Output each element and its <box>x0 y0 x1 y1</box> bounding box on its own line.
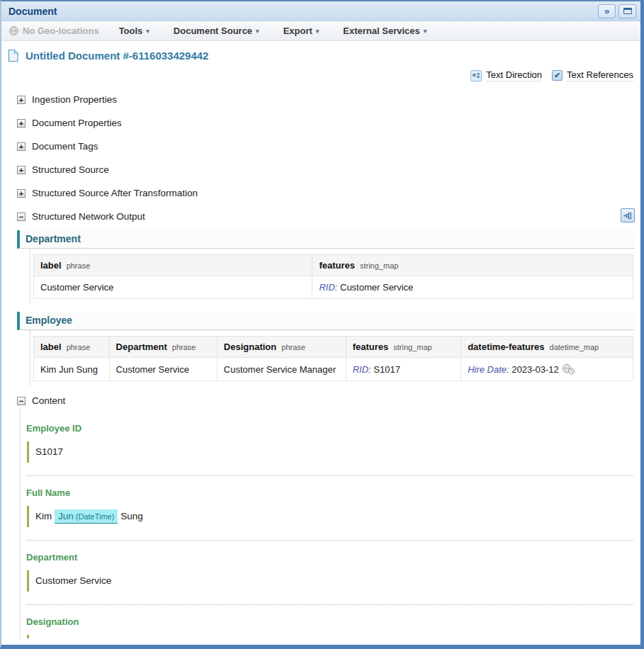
content-field-department: DepartmentCustomer Service <box>26 541 633 605</box>
expand-icon[interactable]: + <box>17 119 26 128</box>
content-field-designation: DesignationCustomer Service Manager <box>26 605 633 638</box>
document-window: Document » No Geo-locations Tools▾Docume… <box>0 0 644 649</box>
menu-item-label: Document Source <box>174 26 252 36</box>
table-cell: Customer Service <box>109 358 217 381</box>
value-text: Sung <box>118 511 142 521</box>
chevron-down-icon: ▾ <box>424 28 427 35</box>
section-label: Document Properties <box>32 118 122 128</box>
column-header: Departmentphrase <box>109 337 217 358</box>
record-table: labelphraseDepartmentphraseDesignationph… <box>33 336 633 381</box>
section-label: Structured Source After Transformation <box>32 188 198 198</box>
column-type: string_map <box>360 261 398 270</box>
feature-key: RID: <box>353 364 371 375</box>
column-name: Department <box>116 342 167 352</box>
text-direction-icon: a <box>470 70 482 81</box>
section-document-properties[interactable]: +Document Properties <box>17 118 635 128</box>
section-ingestion-properties[interactable]: +Ingestion Properties <box>17 94 635 105</box>
feature-value: Customer Service <box>340 282 413 293</box>
content-fields: Employee IDS1017Full NameKim Jun(DateTim… <box>20 409 633 638</box>
content-field-full-name: Full NameKim Jun(DateTime) Sung <box>26 476 633 541</box>
table-header-row: labelphraseDepartmentphraseDesignationph… <box>34 337 633 358</box>
section-content[interactable]: − Content <box>17 395 635 406</box>
feature-value: S1017 <box>373 364 400 375</box>
maximize-button[interactable] <box>618 4 636 18</box>
record-type-header: Department <box>17 230 635 249</box>
value-text: Kim <box>35 511 55 521</box>
document-title-row: Untitled Document #-6116033429442 <box>7 49 640 62</box>
section-document-tags[interactable]: +Document Tags <box>17 141 635 152</box>
value-text: Customer Service <box>35 575 111 586</box>
column-type: phrase <box>67 343 91 351</box>
cell-text: Customer Service <box>40 282 113 293</box>
globe-clock-icon <box>562 363 575 375</box>
no-geo-locations-indicator: No Geo-locations <box>9 26 99 36</box>
entity-type-tag: (DateTime) <box>76 512 115 521</box>
window-icon <box>623 8 632 14</box>
column-type: phrase <box>281 343 305 351</box>
record-table-wrap: labelphrasefeaturesstring_mapCustomer Se… <box>30 249 633 303</box>
section-label: Ingestion Properties <box>32 94 117 105</box>
title-bar: Document » <box>1 1 640 21</box>
text-direction-label: Text Direction <box>486 69 542 81</box>
menu-item-tools[interactable]: Tools▾ <box>119 26 149 36</box>
column-name: datetime-features <box>468 342 544 352</box>
text-references-label: Text References <box>567 69 633 81</box>
record-table: labelphrasefeaturesstring_mapCustomer Se… <box>33 254 633 299</box>
column-header: datetime-featuresdatetime_map <box>461 337 633 358</box>
field-label: Full Name <box>26 487 633 498</box>
column-header: featuresstring_map <box>346 337 461 358</box>
text-direction-toggle[interactable]: a Text Direction <box>470 69 542 81</box>
column-name: label <box>40 260 62 271</box>
column-name: features <box>319 260 355 271</box>
section-label: Structured Source <box>32 164 109 175</box>
collapse-icon[interactable]: − <box>17 213 26 221</box>
menu-item-external-services[interactable]: External Services▾ <box>343 26 426 36</box>
table-header-row: labelphrasefeaturesstring_map <box>34 255 633 276</box>
view-options: a Text Direction ✔ Text References <box>1 69 633 81</box>
field-value: S1017 <box>27 441 633 463</box>
section-structured-source[interactable]: +Structured Source <box>17 164 635 175</box>
section-structured-network-output[interactable]: − Structured Network Output <box>17 211 635 222</box>
expand-icon[interactable]: + <box>17 189 26 198</box>
cell-text: Customer Service Manager <box>224 364 336 375</box>
menu-item-export[interactable]: Export▾ <box>283 26 320 36</box>
section-label: Structured Network Output <box>32 211 145 222</box>
chevron-down-icon: ▾ <box>316 28 320 35</box>
menu-item-document-source[interactable]: Document Source▾ <box>174 26 259 36</box>
table-cell: RID: S1017 <box>346 358 461 381</box>
network-output-tables: Departmentlabelphrasefeaturesstring_mapC… <box>1 230 640 385</box>
field-label: Designation <box>26 616 633 627</box>
expand-icon[interactable]: + <box>17 166 26 174</box>
record-table-wrap: labelphraseDepartmentphraseDesignationph… <box>30 330 633 385</box>
datetime-entity-highlight[interactable]: Jun(DateTime) <box>55 509 118 524</box>
collapse-icon[interactable]: − <box>17 397 26 405</box>
section-label: Content <box>32 395 65 406</box>
pin-button[interactable] <box>621 208 635 222</box>
table-row: Kim Jun SungCustomer ServiceCustomer Ser… <box>34 358 633 381</box>
menu-bar: No Geo-locations Tools▾Document Source▾E… <box>1 21 640 41</box>
section-label: Document Tags <box>32 141 98 152</box>
document-panel: Untitled Document #-6116033429442 a Text… <box>1 41 640 638</box>
expand-icon[interactable]: + <box>17 96 26 104</box>
no-geo-locations-label: No Geo-locations <box>23 26 99 36</box>
column-header: labelphrase <box>34 255 312 276</box>
column-name: Designation <box>224 342 276 352</box>
section-structured-source-after-transformation[interactable]: +Structured Source After Transformation <box>17 188 635 198</box>
menu-items: Tools▾Document Source▾Export▾External Se… <box>119 26 451 36</box>
text-references-toggle[interactable]: ✔ Text References <box>552 69 633 81</box>
cell-text: Kim Jun Sung <box>40 364 98 375</box>
column-header: labelphrase <box>34 337 110 358</box>
chevron-down-icon: ▾ <box>146 28 149 35</box>
entity-text: Jun <box>58 511 74 521</box>
collapse-panel-button[interactable]: » <box>598 4 616 18</box>
record-type-title: Department <box>26 233 81 244</box>
text-references-checkbox[interactable]: ✔ <box>552 70 563 81</box>
feature-value: 2023-03-12 <box>512 364 559 375</box>
field-value: Customer Service Manager <box>27 635 633 638</box>
table-cell: RID: Customer Service <box>312 276 633 299</box>
expand-icon[interactable]: + <box>17 142 26 151</box>
table-cell: Customer Service <box>34 276 312 299</box>
field-value: Customer Service <box>27 570 633 592</box>
chevron-down-icon: ▾ <box>256 28 259 35</box>
column-type: phrase <box>67 261 91 270</box>
